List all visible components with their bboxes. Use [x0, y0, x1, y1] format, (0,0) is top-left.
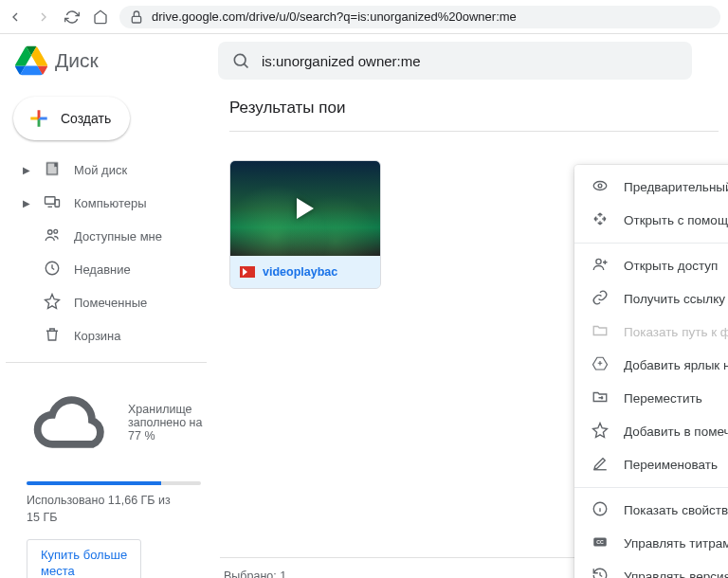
sidebar: Создать ▶Мой диск▶КомпьютерыДоступные мн…: [0, 87, 220, 578]
folder-icon: [592, 322, 609, 342]
svg-rect-2: [46, 197, 56, 205]
menu-label: Показать свойства: [624, 503, 728, 517]
lock-icon: [129, 9, 144, 25]
drive-icon: [44, 160, 61, 180]
menu-label: Управлять титрами: [624, 536, 728, 551]
address-bar[interactable]: drive.google.com/drive/u/0/search?q=is:u…: [119, 6, 720, 28]
link-icon: [592, 289, 609, 309]
menu-label: Переместить: [624, 391, 702, 406]
context-menu: Предварительный просмотрОткрыть с помощь…: [574, 165, 728, 578]
storage-bar: [27, 481, 201, 485]
menu-item-rename[interactable]: Переименовать: [574, 448, 728, 481]
svg-point-4: [48, 230, 53, 235]
open-with-icon: [592, 210, 609, 230]
plus-icon: [27, 106, 51, 131]
browser-toolbar: drive.google.com/drive/u/0/search?q=is:u…: [0, 0, 728, 34]
play-icon: [297, 198, 314, 219]
cc-icon: CC: [592, 533, 609, 553]
menu-label: Предварительный просмотр: [624, 180, 728, 194]
menu-label: Открыть с помощью: [624, 213, 728, 227]
menu-item-open-with[interactable]: Открыть с помощью›: [574, 204, 728, 237]
reload-icon[interactable]: [64, 9, 80, 25]
menu-item-info[interactable]: Показать свойства: [574, 494, 728, 527]
sidebar-item-trash[interactable]: Корзина: [6, 319, 220, 352]
menu-item-eye[interactable]: Предварительный просмотр: [574, 171, 728, 204]
file-card[interactable]: videoplaybac: [229, 160, 381, 289]
menu-label: Управлять версиями: [624, 569, 728, 578]
search-input[interactable]: [262, 53, 679, 69]
expand-icon: ▶: [23, 165, 30, 175]
menu-label: Открыть доступ: [624, 259, 718, 273]
url-text: drive.google.com/drive/u/0/search?q=is:u…: [152, 9, 517, 24]
menu-item-person-add[interactable]: Открыть доступ: [574, 249, 728, 282]
buy-more-button[interactable]: Купить большеместа: [27, 539, 141, 578]
svg-point-9: [596, 259, 601, 263]
star-icon: [592, 422, 609, 442]
menu-item-drive-add[interactable]: Добавить ярлык на Диск?: [574, 349, 728, 382]
logo[interactable]: Диск: [15, 45, 205, 77]
results-title: Результаты пои: [229, 93, 728, 131]
menu-item-folder: Показать путь к файлу: [574, 316, 728, 349]
menu-item-move[interactable]: Переместить: [574, 382, 728, 415]
sidebar-item-shared[interactable]: Доступные мне: [6, 220, 220, 253]
menu-label: Показать путь к файлу: [624, 325, 728, 339]
versions-icon: [592, 567, 609, 578]
menu-label: Получить ссылку: [624, 292, 725, 306]
storage-row[interactable]: Хранилище заполнено на 77 %: [6, 372, 220, 472]
menu-item-versions[interactable]: Управлять версиями: [574, 560, 728, 578]
file-thumbnail: [230, 161, 380, 256]
main-content: Результаты пои videoplaybac Выбрано: 1 П…: [220, 87, 728, 578]
svg-point-5: [54, 229, 58, 233]
file-name: videoplaybac: [263, 265, 337, 279]
svg-text:CC: CC: [596, 539, 604, 545]
search-bar[interactable]: [218, 42, 692, 80]
search-icon: [231, 51, 250, 70]
nav-label: Доступные мне: [74, 229, 162, 244]
svg-point-7: [593, 182, 607, 190]
sidebar-item-drive[interactable]: ▶Мой диск: [6, 154, 220, 187]
app-header: Диск: [0, 34, 728, 87]
menu-label: Добавить ярлык на Диск: [624, 358, 728, 372]
nav-label: Мой диск: [74, 163, 127, 177]
menu-item-link[interactable]: Получить ссылку: [574, 282, 728, 316]
clock-icon: [44, 260, 61, 280]
star-icon: [44, 293, 61, 313]
nav-label: Помеченные: [74, 296, 147, 310]
move-icon: [592, 388, 609, 408]
menu-item-star[interactable]: Добавить в помеченные: [574, 415, 728, 448]
nav-label: Недавние: [74, 262, 131, 277]
app-name: Диск: [55, 49, 99, 72]
info-icon: [592, 500, 609, 520]
create-label: Создать: [61, 111, 111, 126]
shared-icon: [44, 226, 61, 246]
menu-label: Переименовать: [624, 458, 718, 472]
storage-used-text: Использовано 11,66 ГБ из15 ГБ: [6, 493, 220, 526]
nav-label: Корзина: [74, 329, 121, 343]
menu-label: Добавить в помеченные: [624, 424, 728, 439]
drive-add-icon: [592, 355, 609, 375]
rename-icon: [592, 455, 609, 475]
expand-icon: ▶: [23, 198, 30, 208]
svg-rect-3: [55, 200, 60, 208]
sidebar-item-star[interactable]: Помеченные: [6, 286, 220, 319]
drive-logo-icon: [15, 45, 47, 77]
svg-point-8: [598, 184, 602, 188]
person-add-icon: [592, 256, 609, 276]
eye-icon: [592, 177, 609, 197]
trash-icon: [44, 326, 61, 346]
svg-rect-0: [132, 16, 140, 23]
create-button[interactable]: Создать: [13, 97, 130, 140]
sidebar-item-devices[interactable]: ▶Компьютеры: [6, 187, 220, 220]
home-icon[interactable]: [93, 9, 108, 25]
cloud-icon: [27, 378, 115, 466]
devices-icon: [44, 193, 61, 213]
back-icon[interactable]: [8, 9, 23, 25]
nav-label: Компьютеры: [74, 196, 147, 210]
sidebar-item-clock[interactable]: Недавние: [6, 253, 220, 286]
menu-item-cc[interactable]: CCУправлять титрами: [574, 527, 728, 560]
forward-icon[interactable]: [36, 9, 51, 25]
svg-point-1: [234, 54, 246, 65]
video-icon: [240, 266, 255, 278]
storage-label: Хранилище заполнено на 77 %: [128, 403, 210, 443]
